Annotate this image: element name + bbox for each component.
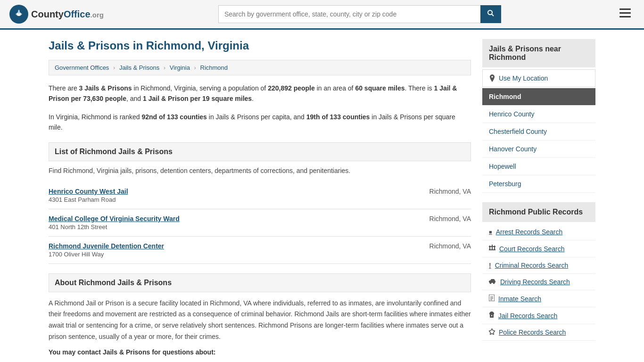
sidebar-item-henrico[interactable]: Henrico County [482,106,595,123]
logo-area: CountyOffice.org [9,5,104,24]
court-records-link[interactable]: Court Records Search [482,240,595,257]
svg-point-14 [493,282,495,284]
police-icon [489,329,495,336]
facility-city-2: Richmond, VA [429,242,471,250]
facility-city-0: Richmond, VA [429,188,471,195]
criminal-records-link[interactable]: ! Criminal Records Search [482,257,595,274]
court-icon [489,245,495,253]
breadcrumb-link-jails[interactable]: Jails & Prisons [119,64,159,71]
svg-rect-15 [489,295,495,301]
use-location-label: Use My Location [499,74,548,82]
police-records-link[interactable]: Police Records Search [482,324,595,341]
facility-item: Henrico County West Jail Richmond, VA 43… [49,182,471,209]
sidebar-item-petersburg[interactable]: Petersburg [482,175,595,193]
svg-marker-21 [489,329,495,335]
list-section-header: List of Richmond Jails & Prisons [49,142,471,161]
facility-name-2[interactable]: Richmond Juvenile Detention Center [49,242,164,250]
facility-item: Richmond Juvenile Detention Center Richm… [49,237,471,264]
about-text: A Richmond Jail or Prison is a secure fa… [49,298,471,343]
sidebar: Jails & Prisons near Richmond Use My Loc… [482,39,595,356]
facility-name-0[interactable]: Henrico County West Jail [49,188,128,195]
search-area [218,5,501,23]
facility-city-1: Richmond, VA [429,215,471,222]
site-header: CountyOffice.org [0,0,644,30]
sidebar-public-records: Richmond Public Records ■ Arrest Records… [482,202,595,341]
facility-address-0: 4301 East Parham Road [49,196,471,203]
use-location-button[interactable]: Use My Location [482,69,595,87]
ranking-text: In Virginia, Richmond is ranked 92nd of … [49,112,471,133]
svg-rect-4 [619,8,631,10]
logo-icon [9,5,28,24]
svg-point-13 [490,282,492,284]
logo-text: CountyOffice.org [31,9,104,20]
svg-line-3 [492,14,494,16]
facility-item: Medical College Of Virginia Security War… [49,209,471,237]
svg-rect-6 [619,16,631,17]
svg-point-2 [488,10,492,15]
search-input[interactable] [218,5,480,23]
jail-records-link[interactable]: Jail Records Search [482,307,595,324]
listing-description: Find Richmond, Virginia jails, prisons, … [49,167,471,174]
driving-icon [489,278,496,286]
sidebar-item-richmond[interactable]: Richmond [482,88,595,106]
breadcrumb: Government Offices › Jails & Prisons › V… [49,60,471,75]
sidebar-jails-section: Jails & Prisons near Richmond Use My Loc… [482,39,595,193]
facility-name-1[interactable]: Medical College Of Virginia Security War… [49,215,180,222]
svg-rect-11 [494,246,495,250]
about-section-header: About Richmond Jails & Prisons [49,273,471,292]
facility-address-1: 401 North 12th Street [49,223,471,230]
inmate-icon [489,295,495,303]
sidebar-item-hanover[interactable]: Hanover County [482,140,595,158]
breadcrumb-link-virginia[interactable]: Virginia [170,64,190,71]
sidebar-item-hopewell[interactable]: Hopewell [482,158,595,175]
driving-records-link[interactable]: Driving Records Search [482,274,595,290]
content-area: Jails & Prisons in Richmond, Virginia Go… [49,39,471,356]
sidebar-jails-title: Jails & Prisons near Richmond [482,39,595,67]
summary-text: There are 3 Jails & Prisons in Richmond,… [49,83,471,104]
arrest-icon: ■ [489,229,492,235]
arrest-records-link[interactable]: ■ Arrest Records Search [482,224,595,240]
sidebar-item-chesterfield[interactable]: Chesterfield County [482,123,595,140]
sidebar-public-records-title: Richmond Public Records [482,202,595,222]
menu-button[interactable] [616,6,635,23]
svg-rect-5 [619,12,631,14]
contact-label: You may contact Jails & Prisons for ques… [49,348,471,356]
search-button[interactable] [480,5,501,23]
jail-icon [489,312,495,320]
facility-address-2: 1700 Oliver Hill Way [49,251,471,258]
inmate-search-link[interactable]: Inmate Search [482,290,595,307]
breadcrumb-link-gov[interactable]: Government Offices [55,64,109,71]
svg-rect-10 [489,246,490,250]
breadcrumb-link-richmond[interactable]: Richmond [200,64,228,71]
main-container: Jails & Prisons in Richmond, Virginia Go… [39,30,605,362]
page-title: Jails & Prisons in Richmond, Virginia [49,39,471,52]
criminal-icon: ! [489,262,491,269]
svg-rect-20 [491,315,492,316]
